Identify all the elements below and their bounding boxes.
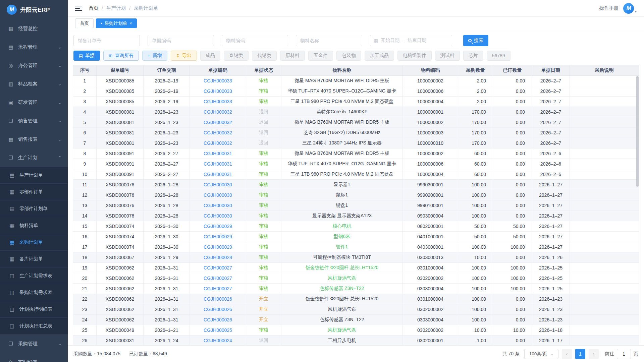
table-row[interactable]: 16 XSDD000074 2026–1–30 CGJH000029 审核 型钢… <box>73 232 639 242</box>
table-row[interactable]: 19 XSDD000062 2026–1–31 CGJH000027 审核 钣金… <box>73 263 639 273</box>
sidebar-item[interactable]: ◫ 计划执行明细表 <box>0 301 68 318</box>
table-row[interactable]: 4 XSDD000081 2026–1–23 CGJH000032 退回 英特尔… <box>73 107 639 117</box>
table-scrollbar-thumb[interactable] <box>636 76 639 187</box>
sidebar-item[interactable]: ▣ 研发管理 ⌄ <box>0 93 68 112</box>
doc-code-link[interactable]: CGJH000029 <box>204 244 232 250</box>
goto-page-input[interactable] <box>617 349 631 359</box>
table-row[interactable]: 22 XSDD000062 2026–1–31 CGJH000026 开立 钣金… <box>73 294 639 304</box>
table-row[interactable]: 20 XSDD000062 2026–1–31 CGJH000027 审核 风机… <box>73 273 639 284</box>
doc-code-link[interactable]: CGJH000027 <box>204 286 232 291</box>
table-row[interactable]: 2 XSDD000085 2026–2–19 CGJH000033 审核 华硕 … <box>73 86 639 97</box>
table-row[interactable]: 13 XSDD000076 2026–1–28 CGJH000030 审核 键盘… <box>73 200 639 211</box>
doc-code-link[interactable]: CGJH000033 <box>204 78 232 83</box>
table-row[interactable]: 8 XSDD000091 2026–2–27 CGJH000031 审核 微星 … <box>73 148 639 159</box>
doc-code-link[interactable]: CGJH000032 <box>204 140 232 146</box>
action-button[interactable]: 包装物 <box>336 51 361 61</box>
sidebar-item[interactable]: ◫ 生产计划需求表 <box>0 267 68 284</box>
date-range-picker[interactable]: ▦ 开始日期 – 结束日期 <box>370 35 452 46</box>
table-row[interactable]: 15 XSDD000074 2026–1–30 CGJH000029 审核 核心… <box>73 221 639 232</box>
sidebar-item[interactable]: ▦ 物料清单 <box>0 217 68 234</box>
next-page-button[interactable]: › <box>589 349 599 359</box>
doc-code-link[interactable]: CGJH000032 <box>204 130 232 135</box>
action-button[interactable]: + 新增 <box>142 51 167 61</box>
doc-code-link[interactable]: CGJH000031 <box>204 151 232 156</box>
sidebar-item[interactable]: ▦ 采购计划单 <box>0 234 68 251</box>
table-row[interactable]: 21 XSDD000062 2026–1–31 CGJH000027 审核 色标… <box>73 284 639 294</box>
filter-input[interactable] <box>296 35 362 46</box>
sidebar-item[interactable]: ▦ 经营总控 <box>0 19 68 38</box>
sidebar-item[interactable]: ▤ 零部件计划单 <box>0 200 68 217</box>
doc-code-link[interactable]: CGJH000032 <box>204 109 232 115</box>
sidebar-item[interactable]: ▤ 流程管理 ⌄ <box>0 38 68 56</box>
tab-close-icon[interactable]: × <box>129 21 132 26</box>
breadcrumb-item[interactable]: 采购计划单 <box>134 5 158 11</box>
doc-code-link[interactable]: CGJH000031 <box>204 161 232 167</box>
doc-code-link[interactable]: CGJH000030 <box>204 192 232 198</box>
doc-code-link[interactable]: CGJH000030 <box>204 203 232 208</box>
action-button[interactable]: 成品 <box>200 51 220 61</box>
breadcrumb-item[interactable]: 生产计划 <box>106 5 126 11</box>
table-row[interactable]: 12 XSDD000076 2026–1–28 CGJH000030 审核 鼠标… <box>73 190 639 200</box>
sidebar-item[interactable]: ▦ 销售报表 ⌄ <box>0 130 68 148</box>
doc-code-link[interactable]: CGJH000031 <box>204 172 232 177</box>
action-button[interactable]: 电脑组装件 <box>397 51 432 61</box>
avatar[interactable]: M <box>623 3 634 14</box>
sidebar-item[interactable]: ◫ 采购计划需求表 <box>0 284 68 301</box>
table-row[interactable]: 9 XSDD000091 2026–2–27 CGJH000031 审核 华硕 … <box>73 159 639 169</box>
manual-link[interactable]: 操作手册 <box>599 5 619 11</box>
table-row[interactable]: 11 XSDD000076 2026–1–28 CGJH000030 审核 显示… <box>73 180 639 190</box>
sidebar-item[interactable]: ◫ 计划执行汇总表 <box>0 318 68 335</box>
sidebar-item[interactable]: ▤ 生产计划单 <box>0 167 68 184</box>
search-button[interactable]: 搜索 <box>463 35 488 46</box>
action-button[interactable]: 五金件 <box>308 51 333 61</box>
table-row[interactable]: 1 XSDD000085 2026–2–19 CGJH000033 审核 微星 … <box>73 76 639 86</box>
doc-code-link[interactable]: CGJH000029 <box>204 224 232 229</box>
doc-code-link[interactable]: CGJH000032 <box>204 120 232 125</box>
doc-code-link[interactable]: CGJH000027 <box>204 265 232 270</box>
sidebar-item[interactable]: ▦ 备库计划单 <box>0 251 68 267</box>
action-button[interactable]: 加工成品 <box>365 51 394 61</box>
action-button[interactable]: 直销类 <box>224 51 249 61</box>
user-menu[interactable]: M ▾ <box>623 3 637 14</box>
doc-code-link[interactable]: CGJH000030 <box>204 213 232 219</box>
table-row[interactable]: 26 XSDD000031 2026–1–24 CGJH000024 退回 三相… <box>73 336 639 346</box>
doc-code-link[interactable]: CGJH000025 <box>204 327 232 333</box>
sidebar-item[interactable]: ▥ 料品档案 ⌄ <box>0 75 68 93</box>
filter-input[interactable] <box>73 35 140 46</box>
page-tab[interactable]: 首页 <box>75 18 94 28</box>
action-button[interactable]: 测试料 <box>435 51 460 61</box>
doc-code-link[interactable]: CGJH000026 <box>204 296 232 302</box>
page-size-select[interactable]: 100条/页 ⌄ <box>524 349 558 359</box>
action-button[interactable]: 56789 <box>487 51 511 61</box>
prev-page-button[interactable]: ‹ <box>562 349 572 359</box>
page-tab[interactable]: ● 采购计划单 × <box>96 18 137 28</box>
sidebar-item[interactable]: ⚙ 车间设置 ⌄ <box>0 353 68 362</box>
breadcrumb-item[interactable]: 首页 <box>89 5 98 11</box>
doc-code-link[interactable]: CGJH000033 <box>204 99 232 104</box>
sidebar-item[interactable]: ◎ 办公管理 ⌄ <box>0 56 68 75</box>
sidebar-item[interactable]: ▦ 零部件订单 <box>0 184 68 200</box>
doc-code-link[interactable]: CGJH000028 <box>204 255 232 260</box>
sidebar-item[interactable]: ❐ 销售管理 ⌄ <box>0 112 68 130</box>
doc-code-link[interactable]: CGJH000030 <box>204 182 232 187</box>
doc-code-link[interactable]: CGJH000027 <box>204 276 232 281</box>
sidebar-item[interactable]: ❐ 生产计划 ⌃ <box>0 148 68 167</box>
action-button[interactable]: 代销类 <box>252 51 277 61</box>
sidebar-item[interactable]: ❐ 采购管理 ⌄ <box>0 335 68 353</box>
table-row[interactable]: 10 XSDD000091 2026–2–27 CGJH000031 审核 三星… <box>73 169 639 180</box>
table-row[interactable]: 17 XSDD000074 2026–1–30 CGJH000029 审核 管件… <box>73 242 639 252</box>
table-row[interactable]: 14 XSDD000076 2026–1–28 CGJH000030 审核 显示… <box>73 211 639 221</box>
table-row[interactable]: 7 XSDD000081 2026–1–23 CGJH000032 退回 三星 … <box>73 138 639 148</box>
action-button[interactable]: ↧ 导出 <box>171 51 197 61</box>
table-row[interactable]: 25 XSDD000049 2026–1–21 CGJH000025 审核 风机… <box>73 325 639 336</box>
table-row[interactable]: 18 XSDD000067 2026–1–29 CGJH000028 审核 可编… <box>73 252 639 263</box>
action-button[interactable]: ⊞ 查询所有 <box>103 51 139 61</box>
table-row[interactable]: 3 XSDD000085 2026–2–19 CGJH000033 审核 三星 … <box>73 97 639 107</box>
filter-input[interactable] <box>148 35 214 46</box>
doc-code-link[interactable]: CGJH000026 <box>204 307 232 312</box>
doc-code-link[interactable]: CGJH000026 <box>204 317 232 322</box>
table-row[interactable]: 6 XSDD000081 2026–1–23 CGJH000032 退回 芝奇 … <box>73 128 639 138</box>
action-button[interactable]: 芯片 <box>463 51 483 61</box>
sidebar-fold-icon[interactable] <box>75 6 82 11</box>
table-row[interactable]: 24 XSDD000062 2026–1–31 CGJH000026 开立 色标… <box>73 315 639 325</box>
